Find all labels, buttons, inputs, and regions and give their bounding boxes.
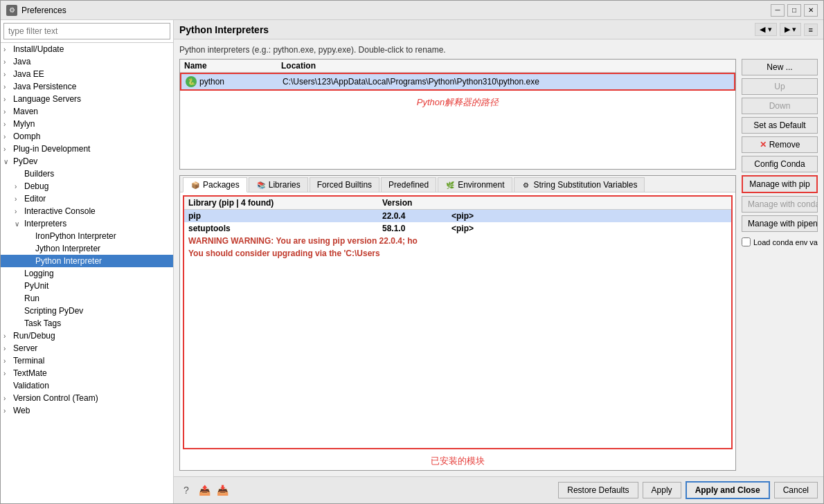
sidebar-item-logging[interactable]: Logging — [1, 267, 173, 280]
import-icon[interactable]: 📥 — [215, 483, 229, 497]
sidebar-item-label: Validation — [13, 381, 49, 390]
sidebar-item-label: Interactive Console — [24, 206, 96, 216]
sidebar-item-validation[interactable]: Validation — [1, 379, 173, 392]
interpreters-description: Python interpreters (e.g.: python.exe, p… — [179, 45, 818, 55]
package-row-pip[interactable]: pip 22.0.4 <pip> — [184, 210, 731, 222]
pkg-name: setuptools — [188, 224, 382, 233]
table-row[interactable]: 🐍 python C:\Users\123\AppData\Local\Prog… — [180, 73, 735, 91]
tab-libraries[interactable]: 📚 Libraries — [249, 177, 308, 192]
sidebar-item-editor[interactable]: › Editor — [1, 192, 173, 205]
sidebar-item-label: PyDev — [13, 156, 37, 166]
package-row-setuptools[interactable]: setuptools 58.1.0 <pip> — [184, 222, 731, 235]
sidebar-item-terminal[interactable]: › Terminal — [1, 354, 173, 367]
sidebar-item-server[interactable]: › Server — [1, 342, 173, 354]
remove-button[interactable]: ✕ Remove — [742, 136, 818, 153]
tree-container: › Install/Update › Java › Java EE › Java… — [1, 43, 173, 503]
warning-line-1: WARNING WARNING: You are using pip versi… — [184, 235, 731, 247]
sidebar-item-java-persistence[interactable]: › Java Persistence — [1, 80, 173, 93]
window-controls: ─ □ ✕ — [771, 4, 818, 17]
sidebar-item-builders[interactable]: Builders — [1, 168, 173, 180]
new-interpreter-button[interactable]: New ... — [742, 59, 818, 75]
sidebar-item-label: Web — [13, 406, 30, 415]
close-button[interactable]: ✕ — [804, 4, 818, 17]
sidebar-item-run[interactable]: Run — [1, 292, 173, 305]
export-icon[interactable]: 📤 — [197, 483, 211, 497]
col-name-header: Name — [184, 61, 281, 71]
tab-predefined-label: Predefined — [388, 180, 429, 190]
interpreters-table: Name Location 🐍 python C:\Users\123\AppD… — [179, 59, 736, 170]
sidebar-item-language-servers[interactable]: › Language Servers — [1, 93, 173, 105]
sidebar-item-plugin-dev[interactable]: › Plug-in Development — [1, 143, 173, 155]
search-input[interactable] — [3, 23, 170, 39]
nav-menu-button[interactable]: ≡ — [804, 24, 818, 36]
sidebar-item-label: Scripting PyDev — [24, 306, 83, 316]
sidebar-item-python-interpreter[interactable]: Python Interpreter — [1, 255, 173, 267]
tab-forced-builtins[interactable]: Forced Builtins — [310, 177, 379, 192]
tab-string-substitution[interactable]: ⚙ String Substitution Variables — [514, 177, 645, 192]
arrow-icon: › — [3, 145, 13, 153]
tabs-bar: 📦 Packages 📚 Libraries Forced Builtins — [180, 176, 735, 192]
sidebar-item-debug[interactable]: › Debug — [1, 180, 173, 192]
down-button[interactable]: Down — [742, 98, 818, 114]
sidebar-item-oomph[interactable]: › Oomph — [1, 130, 173, 143]
apply-button[interactable]: Apply — [643, 482, 681, 498]
expand-arrow-icon: ∨ — [15, 220, 24, 228]
sidebar-item-pydev[interactable]: ∨ PyDev — [1, 155, 173, 168]
sidebar-item-label: Plug-in Development — [13, 144, 90, 154]
arrow-icon: › — [3, 96, 13, 103]
sidebar-item-label: Run — [24, 294, 39, 303]
sidebar-item-ironpython[interactable]: IronPython Interpreter — [1, 230, 173, 242]
sidebar-item-label: Maven — [13, 107, 38, 116]
sidebar-item-install-update[interactable]: › Install/Update — [1, 43, 173, 55]
right-panel: Python Interpreters ◀ ▾ ▶ ▾ ≡ Python int… — [174, 20, 823, 503]
help-icon[interactable]: ? — [179, 483, 193, 497]
nav-forward-button[interactable]: ▶ ▾ — [780, 23, 801, 36]
arrow-icon: › — [3, 332, 13, 340]
sidebar-item-version-control[interactable]: › Version Control (Team) — [1, 392, 173, 404]
tab-predefined[interactable]: Predefined — [381, 177, 436, 192]
sidebar-item-jython[interactable]: Jython Interpreter — [1, 242, 173, 255]
config-conda-button[interactable]: Config Conda — [742, 156, 818, 172]
sidebar-item-textmate[interactable]: › TextMate — [1, 367, 173, 379]
tab-environment[interactable]: 🌿 Environment — [438, 177, 512, 192]
panel-content: Python interpreters (e.g.: python.exe, p… — [174, 39, 823, 476]
warning-text-2: You should consider upgrading via the 'C… — [188, 249, 380, 258]
packages-table: Library (pip | 4 found) Version pip 22.0… — [183, 195, 733, 449]
manage-pip-button[interactable]: Manage with pip — [742, 175, 818, 193]
sidebar-item-mylyn[interactable]: › Mylyn — [1, 118, 173, 130]
minimize-button[interactable]: ─ — [771, 4, 785, 17]
sidebar-item-run-debug[interactable]: › Run/Debug — [1, 330, 173, 342]
restore-defaults-button[interactable]: Restore Defaults — [558, 482, 638, 498]
manage-conda-button[interactable]: Manage with conda — [742, 196, 818, 213]
up-button[interactable]: Up — [742, 78, 818, 95]
sidebar-item-maven[interactable]: › Maven — [1, 105, 173, 118]
manage-pipenv-button[interactable]: Manage with pipenv — [742, 215, 818, 232]
sidebar-item-task-tags[interactable]: Task Tags — [1, 317, 173, 330]
sidebar-item-interpreters[interactable]: ∨ Interpreters — [1, 217, 173, 230]
interpreter-annotation: Python解释器的路径 — [180, 91, 735, 114]
sidebar-item-label: IronPython Interpreter — [35, 231, 116, 241]
sidebar-item-label: Oomph — [13, 132, 40, 141]
arrow-icon: › — [3, 58, 13, 66]
conda-checkbox[interactable] — [742, 237, 751, 246]
maximize-button[interactable]: □ — [787, 4, 801, 17]
interpreter-name: python — [199, 77, 283, 87]
sidebar-item-interactive-console[interactable]: › Interactive Console — [1, 205, 173, 217]
set-default-button[interactable]: Set as Default — [742, 117, 818, 134]
arrow-icon: › — [3, 370, 13, 377]
nav-back-button[interactable]: ◀ ▾ — [755, 23, 776, 36]
apply-close-button[interactable]: Apply and Close — [686, 481, 770, 499]
arrow-icon: › — [3, 46, 13, 53]
sidebar-item-java[interactable]: › Java — [1, 55, 173, 68]
arrow-icon: › — [3, 120, 13, 128]
tab-packages[interactable]: 📦 Packages — [183, 177, 247, 192]
arrow-icon: › — [15, 195, 24, 203]
sidebar-item-web[interactable]: › Web — [1, 404, 173, 417]
cancel-button[interactable]: Cancel — [774, 482, 818, 498]
sidebar-item-scripting-pydev[interactable]: Scripting PyDev — [1, 305, 173, 317]
version-col-header: Version — [382, 198, 451, 208]
sidebar-item-java-ee[interactable]: › Java EE — [1, 68, 173, 80]
bottom-bar: ? 📤 📥 Restore Defaults Apply Apply and C… — [174, 476, 823, 503]
arrow-icon: › — [3, 133, 13, 141]
sidebar-item-pyunit[interactable]: PyUnit — [1, 280, 173, 292]
